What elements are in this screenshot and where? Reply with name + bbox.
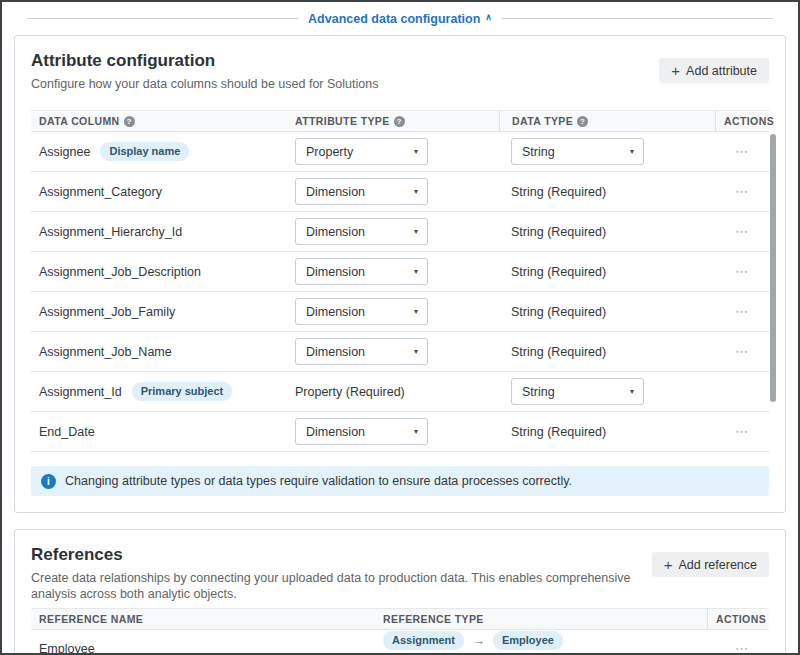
column-name: Assignment_Job_Name <box>39 345 172 359</box>
add-reference-button[interactable]: + Add reference <box>652 552 769 577</box>
attribute-type-cell: Property ▾ <box>287 138 499 165</box>
attribute-type-cell: Dimension ▾ <box>287 218 499 245</box>
column-name: Assignment_Category <box>39 185 162 199</box>
data-column-cell: Assignment_Job_Name <box>31 345 287 359</box>
data-type-text: String (Required) <box>511 345 606 359</box>
data-type-text: String (Required) <box>511 425 606 439</box>
row-actions-button[interactable]: ⋯ <box>735 345 749 358</box>
header-data-column: DATA COLUMN ? <box>31 111 287 131</box>
reference-badges: Assignment → Employee <box>383 631 563 649</box>
help-icon[interactable]: ? <box>124 116 135 127</box>
dropdown-caret-icon: ▾ <box>414 428 418 436</box>
column-name: Assignment_Hierarchy_Id <box>39 225 182 239</box>
select-value: Dimension <box>306 225 365 239</box>
help-icon[interactable]: ? <box>577 116 588 127</box>
data-type-select[interactable]: String ▾ <box>511 138 644 165</box>
header-label: REFERENCE NAME <box>39 613 143 625</box>
plus-icon: + <box>671 63 680 78</box>
reference-name: Employee <box>39 642 95 655</box>
attribute-type-select[interactable]: Dimension ▾ <box>295 258 428 285</box>
arrow-right-icon: → <box>472 634 485 647</box>
data-type-cell: String ▾ <box>499 138 715 165</box>
row-actions-button[interactable]: ⋯ <box>735 642 749 655</box>
attribute-type-cell: Property (Required) <box>287 385 499 399</box>
dropdown-caret-icon: ▾ <box>414 348 418 356</box>
actions-cell: ⋯ <box>715 425 769 438</box>
row-actions-button[interactable]: ⋯ <box>735 265 749 278</box>
attribute-table-header: DATA COLUMN ? ATTRIBUTE TYPE ? DATA TYPE… <box>31 110 769 132</box>
source-object-badge: Assignment <box>383 631 464 649</box>
data-column-cell: End_Date <box>31 425 287 439</box>
row-actions-button[interactable]: ⋯ <box>735 185 749 198</box>
reference-type-cell: Assignment → Employee Many-to-one refere… <box>375 631 707 655</box>
references-section-subtitle: Create data relationships by connecting … <box>31 570 652 602</box>
attribute-type-cell: Dimension ▾ <box>287 258 499 285</box>
dropdown-caret-icon: ▾ <box>630 148 634 156</box>
attribute-type-select[interactable]: Dimension ▾ <box>295 418 428 445</box>
references-card: References Create data relationships by … <box>14 529 786 655</box>
actions-cell: ⋯ <box>715 305 769 318</box>
attribute-type-select[interactable]: Dimension ▾ <box>295 218 428 245</box>
row-actions-button[interactable]: ⋯ <box>735 145 749 158</box>
data-column-cell: Assignment_Job_Description <box>31 265 287 279</box>
column-name: Assignment_Job_Family <box>39 305 175 319</box>
info-icon: i <box>41 474 56 489</box>
primary-subject-badge: Primary subject <box>132 382 233 400</box>
display-name-badge: Display name <box>100 142 189 160</box>
data-column-cell: Assignment_Category <box>31 185 287 199</box>
data-type-cell: String (Required) <box>499 345 715 359</box>
actions-cell: ⋯ <box>715 145 769 158</box>
row-actions-button[interactable]: ⋯ <box>735 305 749 318</box>
add-reference-label: Add reference <box>678 558 757 572</box>
select-value: String <box>522 385 555 399</box>
header-reference-name: REFERENCE NAME <box>31 609 375 629</box>
divider-line <box>502 18 773 19</box>
add-attribute-button[interactable]: + Add attribute <box>659 58 769 83</box>
attribute-section-title: Attribute configuration <box>31 50 378 71</box>
data-column-cell: Assignment_Id Primary subject <box>31 382 287 400</box>
actions-cell: ⋯ <box>715 185 769 198</box>
data-column-cell: Assignment_Hierarchy_Id <box>31 225 287 239</box>
attribute-type-select[interactable]: Dimension ▾ <box>295 178 428 205</box>
attribute-type-select[interactable]: Dimension ▾ <box>295 338 428 365</box>
data-type-select[interactable]: String ▾ <box>511 378 644 405</box>
references-section-title: References <box>31 544 652 565</box>
header-actions: ACTIONS <box>715 111 784 131</box>
dropdown-caret-icon: ▾ <box>414 308 418 316</box>
dropdown-caret-icon: ▾ <box>414 228 418 236</box>
select-value: String <box>522 145 555 159</box>
column-name: Assignment_Job_Description <box>39 265 201 279</box>
actions-cell: ⋯ <box>715 265 769 278</box>
collapse-bar: Advanced data configuration ∧ <box>2 2 798 35</box>
actions-cell: ⋯ <box>715 345 769 358</box>
data-type-cell: String (Required) <box>499 185 715 199</box>
attribute-type-select[interactable]: Dimension ▾ <box>295 298 428 325</box>
select-value: Dimension <box>306 425 365 439</box>
data-type-text: String (Required) <box>511 265 606 279</box>
table-row-assignment-category: Assignment_Category Dimension ▾ String (… <box>31 172 769 212</box>
help-icon[interactable]: ? <box>394 116 405 127</box>
table-scrollbar[interactable] <box>770 134 776 402</box>
header-label: ATTRIBUTE TYPE <box>295 115 390 127</box>
relationship-type-text: Many-to-one reference <box>383 652 509 655</box>
actions-cell: ⋯ <box>707 642 769 655</box>
dropdown-caret-icon: ▾ <box>414 268 418 276</box>
data-type-text: String (Required) <box>511 225 606 239</box>
row-actions-button[interactable]: ⋯ <box>735 225 749 238</box>
select-value: Property <box>306 145 353 159</box>
column-name: Assignee <box>39 145 90 159</box>
references-card-header: References Create data relationships by … <box>31 544 769 602</box>
data-type-text: String (Required) <box>511 185 606 199</box>
table-row-assignee: Assignee Display name Property ▾ String … <box>31 132 769 172</box>
advanced-data-configuration-toggle[interactable]: Advanced data configuration ∧ <box>308 12 492 26</box>
attribute-configuration-card: Attribute configuration Configure how yo… <box>14 35 786 513</box>
dropdown-caret-icon: ▾ <box>414 188 418 196</box>
attribute-type-select[interactable]: Property ▾ <box>295 138 428 165</box>
attribute-card-header: Attribute configuration Configure how yo… <box>31 50 769 92</box>
row-actions-button[interactable]: ⋯ <box>735 425 749 438</box>
select-value: Dimension <box>306 305 365 319</box>
header-label: DATA TYPE <box>512 115 573 127</box>
table-row-assignment-job-description: Assignment_Job_Description Dimension ▾ S… <box>31 252 769 292</box>
attribute-type-cell: Dimension ▾ <box>287 338 499 365</box>
data-type-cell: String ▾ <box>499 378 715 405</box>
